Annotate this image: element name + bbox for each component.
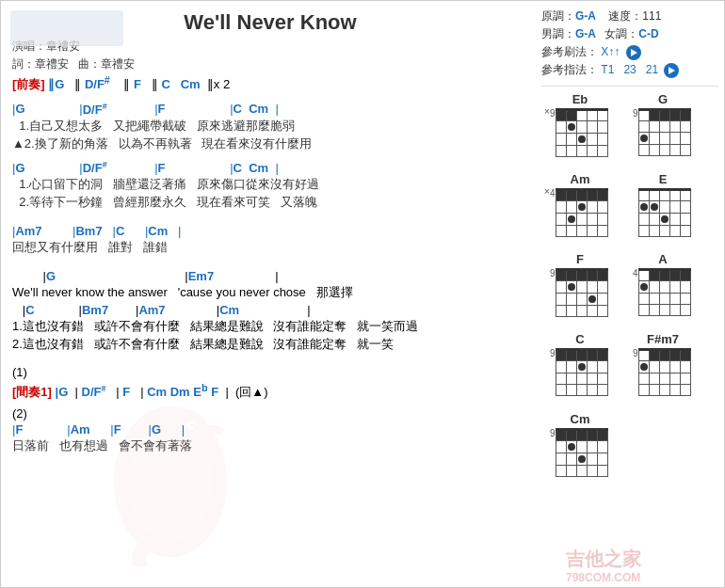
section-verse1a: |G |D/F# |F |C Cm | 1.自己又想太多 又把繩帶截破 原來逃避… <box>12 101 528 151</box>
main-content: We'll Never Know 演唱：章禮安 詞：章禮安 曲：章禮安 [前奏]… <box>1 1 538 588</box>
finger-link-21[interactable]: 21 <box>646 63 658 76</box>
chord-c: C 9 <box>541 332 619 406</box>
watermark-url: 798COM.COM <box>566 571 640 584</box>
finger-link-23[interactable]: 23 <box>623 63 636 76</box>
lyric-am7: 回想又有什麼用 誰對 誰錯 <box>12 239 528 256</box>
finger-row: 參考指法： T1 23 21 <box>541 62 718 78</box>
chorus-lyric2-1: 1.這也沒有錯 或許不會有什麼 結果總是難說 沒有誰能定奪 就一笑而過 <box>12 318 528 335</box>
section-2-label: (2) <box>12 406 528 421</box>
original-key-row: 原調：G-A 速度：111 <box>541 8 718 24</box>
section-1-label: (1) <box>12 365 528 379</box>
page: We'll Never Know 演唱：章禮安 詞：章禮安 曲：章禮安 [前奏]… <box>1 1 725 588</box>
chord-line-1a: |G |D/F# |F |C Cm | <box>12 101 528 116</box>
section-verse2: |F |Am |F |G | 日落前 也有想過 會不會有著落 <box>12 422 528 454</box>
chord-g: G 9 <box>624 92 701 167</box>
chord-am: Am × 4 <box>541 172 619 246</box>
lyric-2: 日落前 也有想過 會不會有著落 <box>12 437 528 454</box>
chord-eb: Eb × 9 <box>541 92 619 167</box>
chorus-chord1: |G |Em7 | <box>12 269 528 283</box>
strum-play-button[interactable] <box>626 45 641 60</box>
gender-key-row: 男調：G-A 女調：C-D <box>541 26 718 42</box>
section-am7: |Am7 |Bm7 |C |Cm | 回想又有什麼用 誰對 誰錯 <box>12 224 528 256</box>
section-verse1b: |G |D/F# |F |C Cm | 1.心口留下的洞 牆壁還泛著痛 原來傷口… <box>12 160 528 211</box>
lyrics-row: 詞：章禮安 曲：章禮安 <box>12 56 528 72</box>
chorus-lyric1: We'll never know the answer 'cause you n… <box>12 284 528 301</box>
sidebar-info: 原調：G-A 速度：111 男調：G-A 女調：C-D 參考刷法： X↑↑ 參考… <box>541 8 718 78</box>
chorus-lyric2-2: 2.這也沒有錯 或許不會有什麼 結果總是難說 沒有誰能定奪 就一笑 <box>12 336 528 353</box>
chord-f-sharp-m7: F#m7 9 <box>624 332 701 406</box>
chord-line-am7: |Am7 |Bm7 |C |Cm | <box>12 224 528 238</box>
strum-row: 參考刷法： X↑↑ <box>541 44 718 60</box>
interlude-label: [間奏1] <box>12 385 52 399</box>
image-placeholder <box>10 10 123 46</box>
intro-chords: ‖G <box>48 77 71 91</box>
intro-label: [前奏] <box>12 77 45 91</box>
watermark-text: 吉他之家 <box>566 547 641 572</box>
chorus-chord2: |C |Bm7 |Am7 |Cm | <box>12 303 528 317</box>
chord-line-2: |F |Am |F |G | <box>12 422 528 437</box>
chord-e: E <box>624 172 701 246</box>
finger-link-t1[interactable]: T1 <box>601 63 614 76</box>
lyric-1a-2: ▲2.換了新的角落 以為不再執著 現在看來沒有什麼用 <box>12 135 528 152</box>
sidebar: 原調：G-A 速度：111 男調：G-A 女調：C-D 參考刷法： X↑↑ 參考… <box>538 1 725 588</box>
lyric-1a-1: 1.自己又想太多 又把繩帶截破 原來逃避那麼脆弱 <box>12 118 528 135</box>
divider <box>541 86 718 87</box>
song-title: We'll Never Know <box>184 10 356 34</box>
intro-section: [前奏] ‖G ‖ D/F# ‖ F ‖ C Cm ‖x 2 <box>12 74 528 93</box>
chord-cm: Cm 9 <box>541 412 619 486</box>
lyric-1b-2: 2.等待下一秒鐘 曾經那麼永久 現在看來可笑 又落魄 <box>12 194 528 211</box>
chord-f: F 9 <box>541 252 619 326</box>
lyric-1b-1: 1.心口留下的洞 牆壁還泛著痛 原來傷口從來沒有好過 <box>12 176 528 193</box>
section-chorus: |G |Em7 | We'll never know the answer 'c… <box>12 269 528 353</box>
interlude-section: [間奏1] |G | D/F# | F | Cm Dm Eb F | (回▲) <box>12 382 528 401</box>
chord-a: A 4 <box>624 252 701 326</box>
finger-play-button[interactable] <box>664 63 679 78</box>
chord-line-1b: |G |D/F# |F |C Cm | <box>12 160 528 175</box>
chord-diagrams: Eb × 9 <box>541 92 718 486</box>
